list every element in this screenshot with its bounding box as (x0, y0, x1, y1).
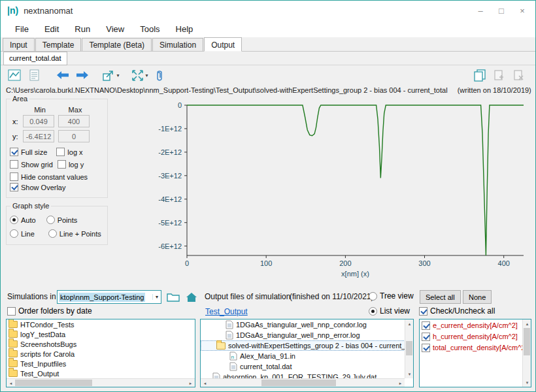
test-output-link[interactable]: Test_Output (205, 307, 248, 316)
tree-view-option[interactable]: Tree view (369, 291, 414, 301)
tab-template-beta[interactable]: Template (Beta) (82, 38, 152, 51)
list-view-radio[interactable] (369, 307, 377, 316)
overlay-add-button[interactable] (491, 67, 508, 84)
style-auto-option[interactable]: Auto (10, 216, 36, 224)
scrollbar-thumb[interactable] (524, 328, 530, 355)
y-max-field[interactable] (58, 130, 90, 142)
back-button[interactable] (54, 67, 71, 84)
minimize-icon[interactable]: – (470, 1, 491, 20)
graph-view-button[interactable] (6, 67, 23, 84)
tab-template[interactable]: Template (35, 38, 82, 51)
menu-help[interactable]: Help (168, 22, 201, 37)
curve-item[interactable]: e_current_density[A/cm^2] (420, 319, 531, 331)
menu-tools[interactable]: Tools (132, 22, 167, 37)
scrollbar-thumb[interactable] (261, 380, 336, 386)
scroll-up-icon[interactable]: ▴ (523, 319, 531, 328)
scroll-down-icon[interactable]: ▾ (405, 370, 414, 378)
tab-current-total-dat[interactable]: current_total.dat (3, 52, 67, 65)
style-line-points-option[interactable]: Line + Points (48, 229, 101, 238)
menu-run[interactable]: Run (67, 22, 98, 37)
close-icon[interactable]: × (512, 1, 533, 20)
tab-simulation[interactable]: Simulation (152, 38, 203, 51)
forward-button[interactable] (74, 67, 91, 84)
scroll-up-icon[interactable]: ▴ (405, 319, 414, 328)
folder-item[interactable]: HTCondor_Tests (7, 319, 195, 329)
style-points-option[interactable]: Points (46, 216, 78, 224)
line-points-radio[interactable] (48, 229, 57, 238)
show-overlay-option[interactable]: Show Overlay (10, 183, 104, 191)
copy-pages-icon (474, 69, 486, 82)
attach-overlay-button[interactable] (151, 67, 168, 84)
y-min-field[interactable] (23, 130, 54, 142)
scroll-left-icon[interactable]: ◂ (201, 379, 209, 387)
menu-view[interactable]: View (98, 22, 132, 37)
x-min-field[interactable] (23, 115, 54, 127)
horizontal-scrollbar[interactable]: ◂ ▸ (201, 378, 405, 387)
menu-file[interactable]: File (7, 22, 37, 37)
file-item[interactable]: n Alex_Maria_91.in (201, 351, 413, 361)
hide-constant-checkbox[interactable] (10, 172, 18, 181)
none-button[interactable]: None (463, 290, 492, 304)
log-x-option[interactable]: log x (56, 148, 82, 156)
scroll-right-icon[interactable]: ▸ (186, 379, 195, 387)
curve-checkbox[interactable] (422, 333, 430, 341)
export-button[interactable]: ▾ (103, 67, 120, 84)
overlay-pages-button[interactable] (471, 67, 488, 84)
curve-item[interactable]: h_current_density[A/cm^2] (420, 331, 531, 342)
folder-item[interactable]: Test_Inputfiles (7, 359, 195, 368)
scrollbar-thumb[interactable] (15, 380, 92, 386)
list-view-option[interactable]: List view (369, 306, 410, 316)
simulation-folder-dropdown[interactable]: ktop\nnm_Support-Testing ▾ (57, 290, 161, 304)
full-size-checkbox[interactable] (10, 148, 18, 156)
folder-item[interactable]: ScreenshotsBugs (7, 339, 195, 349)
auto-radio[interactable] (10, 216, 18, 224)
show-overlay-checkbox[interactable] (10, 183, 18, 191)
file-item-selected[interactable]: solved-withExpertSettings_group 2 - bias… (201, 340, 413, 351)
select-all-button[interactable]: Select all (420, 290, 461, 304)
overlay-remove-button[interactable] (511, 67, 528, 84)
tree-view-radio[interactable] (369, 292, 377, 301)
browse-folder-button[interactable] (165, 290, 181, 304)
curve-checkbox[interactable] (422, 344, 430, 352)
tab-input[interactable]: Input (3, 38, 35, 51)
main-tabstrip: Input Template Template (Beta) Simulatio… (1, 37, 535, 52)
hide-constant-option[interactable]: Hide constant values (10, 172, 104, 181)
scroll-left-icon[interactable]: ◂ (7, 379, 15, 387)
curve-item[interactable]: total_current_density[A/cm^2] (420, 342, 531, 353)
order-folders-option[interactable]: Order folders by date (7, 306, 92, 316)
fit-view-button[interactable]: ▾ (131, 67, 148, 84)
curve-checkbox[interactable] (422, 321, 430, 330)
scroll-right-icon[interactable]: ▸ (396, 379, 405, 387)
horizontal-scrollbar[interactable]: ◂ ▸ (7, 378, 195, 387)
home-button[interactable] (184, 290, 199, 304)
show-grid-option[interactable]: Show grid (10, 160, 53, 169)
maximize-icon[interactable]: □ (491, 1, 512, 20)
file-path: C:\Users\carola.burkl.NEXTNANO\Desktop\n… (6, 86, 448, 94)
check-uncheck-option[interactable]: Check/Uncheck all (419, 306, 495, 316)
order-folders-checkbox[interactable] (7, 307, 16, 316)
x-max-field[interactable] (58, 115, 90, 127)
tab-output[interactable]: Output (204, 37, 242, 52)
file-item[interactable]: 1DGaAs_triangular_well_nnp_error.log (201, 330, 413, 340)
vertical-scrollbar[interactable]: ▴ ▾ (522, 319, 531, 387)
full-size-option[interactable]: Full size (10, 148, 47, 156)
folder-item[interactable]: Test_Output (7, 368, 195, 378)
menu-edit[interactable]: Edit (37, 22, 67, 37)
line-radio[interactable] (10, 229, 18, 238)
scrollbar-thumb[interactable] (406, 341, 412, 355)
log-x-checkbox[interactable] (56, 148, 65, 156)
log-y-checkbox[interactable] (58, 160, 66, 169)
file-item[interactable]: 1DGaAs_triangular_well_nnp_condor.log (201, 319, 413, 330)
folder-item[interactable]: scripts for Carola (7, 349, 195, 359)
style-line-option[interactable]: Line (10, 229, 35, 238)
check-uncheck-checkbox[interactable] (419, 307, 427, 316)
show-grid-checkbox[interactable] (10, 160, 18, 169)
scroll-down-icon[interactable]: ▾ (523, 378, 531, 387)
folder-item[interactable]: logY_testData (7, 329, 195, 339)
vertical-scrollbar[interactable]: ▴ ▾ (405, 319, 413, 378)
points-radio[interactable] (46, 216, 55, 224)
file-item[interactable]: current_total.dat (201, 361, 413, 372)
chevron-down-icon[interactable]: ▾ (152, 294, 161, 300)
text-view-button[interactable] (25, 67, 42, 84)
log-y-option[interactable]: log y (58, 160, 84, 169)
